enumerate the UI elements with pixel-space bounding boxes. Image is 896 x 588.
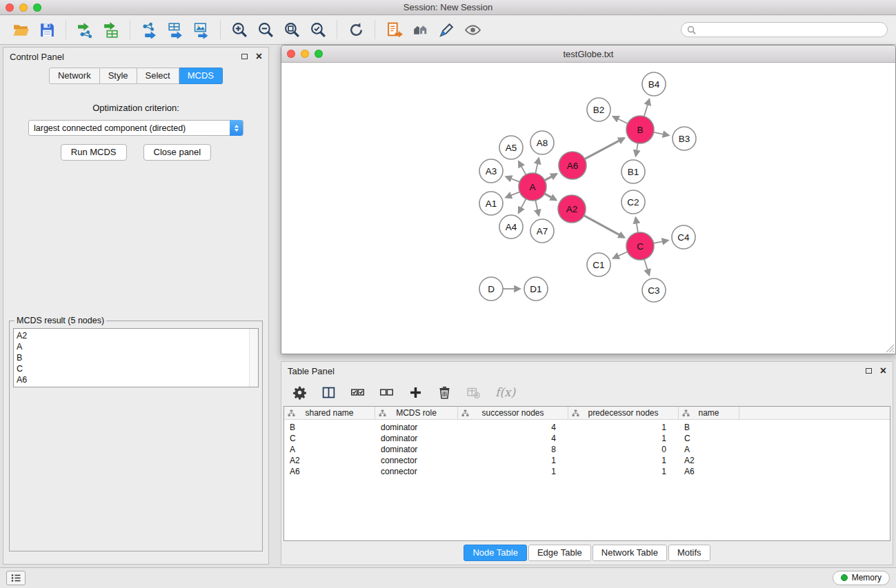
graph-edge[interactable] xyxy=(636,143,638,156)
optimization-criterion-dropdown[interactable]: largest connected component (directed) xyxy=(28,120,243,136)
table-row[interactable]: Adominator80A xyxy=(284,444,890,455)
network-canvas[interactable]: B4B2BB3A5A8A6B1A3AC2A1A2A4A7C4CC1C3DD1 xyxy=(281,63,895,354)
zoom-out-icon[interactable] xyxy=(253,19,278,41)
table-cell[interactable]: C xyxy=(284,434,375,443)
graph-edge[interactable] xyxy=(644,99,650,116)
table-cell[interactable]: A6 xyxy=(284,467,375,476)
first-neighbors-icon[interactable] xyxy=(408,19,432,41)
tab-mcds[interactable]: MCDS xyxy=(179,68,223,84)
table-row[interactable]: A6connector11A6 xyxy=(284,466,890,477)
zoom-selected-icon[interactable] xyxy=(306,19,330,41)
search-input[interactable] xyxy=(699,25,882,34)
list-item[interactable]: A6 xyxy=(17,374,255,385)
table-cell[interactable]: connector xyxy=(375,467,458,476)
table-cell[interactable]: 1 xyxy=(458,467,568,476)
close-table-panel-icon[interactable]: × xyxy=(880,366,886,376)
table-cell[interactable]: B xyxy=(679,423,739,432)
graph-edge[interactable] xyxy=(535,158,539,173)
memory-button[interactable]: Memory xyxy=(833,571,890,585)
list-item[interactable]: A xyxy=(17,341,255,352)
run-mcds-button[interactable]: Run MCDS xyxy=(61,144,127,161)
table-cell[interactable]: C xyxy=(679,434,739,443)
table-cell[interactable]: A xyxy=(679,445,739,454)
table-cell[interactable]: A2 xyxy=(679,456,739,465)
table-cell[interactable]: 1 xyxy=(458,456,568,465)
graph-edge[interactable] xyxy=(613,252,628,258)
column-header[interactable]: name xyxy=(679,407,739,419)
float-panel-icon[interactable] xyxy=(241,54,248,59)
table-cell[interactable]: 8 xyxy=(458,445,568,454)
graph-edge[interactable] xyxy=(644,259,649,275)
graph-edge[interactable] xyxy=(519,161,526,174)
export-image-icon[interactable] xyxy=(189,19,214,41)
graph-edge[interactable] xyxy=(535,201,539,216)
tab-style[interactable]: Style xyxy=(100,68,137,84)
zoom-in-icon[interactable] xyxy=(227,19,252,41)
tab-network[interactable]: Network xyxy=(49,68,100,84)
graph-edge[interactable] xyxy=(506,192,519,197)
list-item[interactable]: A2 xyxy=(17,330,255,341)
tab-network-table[interactable]: Network Table xyxy=(593,545,667,561)
function-builder-icon[interactable]: f(x) xyxy=(495,385,515,399)
tab-motifs[interactable]: Motifs xyxy=(668,545,710,561)
eye-icon[interactable] xyxy=(460,19,485,41)
tab-node-table[interactable]: Node Table xyxy=(464,545,527,561)
task-history-button[interactable] xyxy=(6,571,26,585)
column-header[interactable]: MCDS role xyxy=(375,407,458,419)
delete-rows-icon[interactable] xyxy=(437,385,452,400)
tab-edge-table[interactable]: Edge Table xyxy=(528,545,591,561)
table-cell[interactable]: dominator xyxy=(375,434,458,443)
graph-edge[interactable] xyxy=(519,199,526,213)
graph-edge[interactable] xyxy=(613,116,628,123)
close-panel-button[interactable]: Close panel xyxy=(143,144,212,161)
table-cell[interactable]: connector xyxy=(375,456,458,465)
tab-select[interactable]: Select xyxy=(137,68,179,84)
save-icon[interactable] xyxy=(34,19,59,41)
table-cell[interactable]: 4 xyxy=(458,423,568,432)
table-cell[interactable]: dominator xyxy=(375,423,458,432)
graph-edge[interactable] xyxy=(636,218,638,233)
resize-grip-icon[interactable] xyxy=(886,344,895,353)
open-session-icon[interactable] xyxy=(8,19,33,41)
import-table-icon[interactable] xyxy=(99,19,123,41)
list-item[interactable]: B xyxy=(17,352,255,363)
table-row[interactable]: Cdominator41C xyxy=(284,433,890,444)
graph-edge[interactable] xyxy=(654,132,669,135)
dropdown-stepper-icon[interactable] xyxy=(230,120,243,136)
unselect-rows-icon[interactable] xyxy=(379,385,394,400)
table-cell[interactable]: 1 xyxy=(568,456,679,465)
export-table-icon[interactable] xyxy=(163,19,188,41)
column-header[interactable]: shared name xyxy=(284,407,375,419)
refresh-icon[interactable] xyxy=(344,19,368,41)
session-file-icon[interactable] xyxy=(381,19,406,41)
close-panel-icon[interactable]: × xyxy=(256,52,262,61)
graph-edge[interactable] xyxy=(584,216,625,238)
delete-table-icon[interactable] xyxy=(466,385,481,400)
table-cell[interactable]: B xyxy=(284,423,375,432)
graph-edge[interactable] xyxy=(544,194,556,200)
table-cell[interactable]: 4 xyxy=(458,434,568,443)
graph-edge[interactable] xyxy=(506,176,519,182)
graph-edge[interactable] xyxy=(654,241,668,243)
table-cell[interactable]: 1 xyxy=(568,467,679,476)
table-cell[interactable]: 0 xyxy=(568,445,679,454)
network-window-titlebar[interactable]: testGlobe.txt xyxy=(281,45,895,63)
table-cell[interactable]: A6 xyxy=(679,467,739,476)
add-row-icon[interactable] xyxy=(408,385,423,400)
table-cell[interactable]: A xyxy=(284,445,375,454)
table-cell[interactable]: 1 xyxy=(568,434,679,443)
import-network-icon[interactable] xyxy=(72,19,97,41)
columns-icon[interactable] xyxy=(321,385,336,400)
mcds-result-list[interactable]: A2ABCA6 xyxy=(13,328,259,387)
table-row[interactable]: Bdominator41B xyxy=(284,422,890,433)
style-icon[interactable] xyxy=(434,19,459,41)
graph-edge[interactable] xyxy=(585,138,624,159)
column-header[interactable]: predecessor nodes xyxy=(568,407,679,419)
zoom-fit-icon[interactable] xyxy=(279,19,304,41)
table-cell[interactable]: dominator xyxy=(375,445,458,454)
select-all-rows-icon[interactable] xyxy=(350,385,365,400)
table-cell[interactable]: 1 xyxy=(568,423,679,432)
table-row[interactable]: A2connector11A2 xyxy=(284,455,890,466)
export-network-icon[interactable] xyxy=(137,19,161,41)
list-item[interactable]: C xyxy=(17,363,255,374)
